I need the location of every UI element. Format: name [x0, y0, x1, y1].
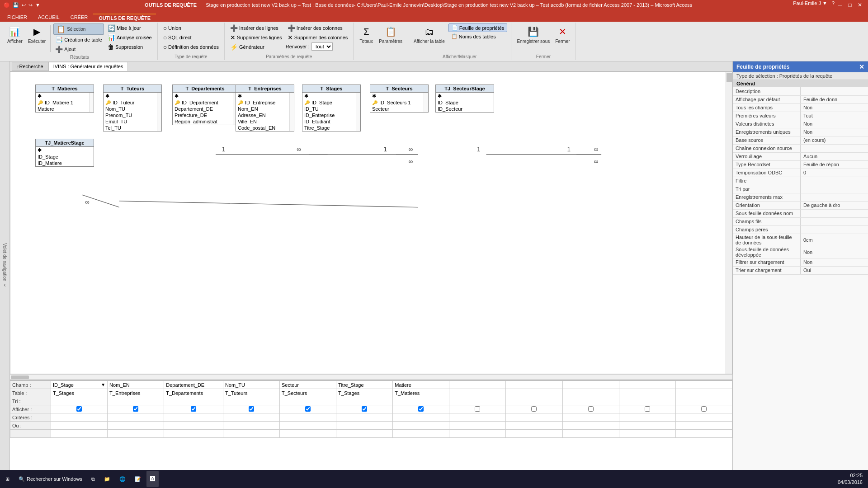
tab-creer[interactable]: CRÉER: [65, 13, 94, 22]
afficher-cell-4[interactable]: [280, 405, 336, 413]
champ-cell-1[interactable]: Nom_EN: [108, 381, 164, 389]
tri-cell-3[interactable]: [223, 397, 279, 405]
analyse-croisee-button[interactable]: 📊 Analyse croisée: [106, 33, 154, 42]
criteres-cell-2[interactable]: [164, 413, 223, 422]
table-cell-10[interactable]: [619, 389, 675, 397]
tri-cell-9[interactable]: [562, 397, 619, 405]
inserer-colonnes-button[interactable]: ➕ Insérer des colonnes: [286, 23, 350, 33]
feuille-proprietes-button[interactable]: 📄 Feuille de propriétés: [448, 23, 508, 32]
T_Matieres-scrollbar[interactable]: [89, 93, 94, 112]
props-value-2[interactable]: Non: [801, 103, 868, 112]
ou-cell-0[interactable]: [51, 422, 108, 430]
empty-cell-0[interactable]: [51, 430, 108, 438]
props-value-9[interactable]: Feuille de répon: [801, 160, 868, 169]
table-T_Departements[interactable]: T_Departements ✱ 🔑 ID_Departement Depart…: [172, 84, 238, 125]
criteres-cell-8[interactable]: [506, 413, 562, 422]
T_Tuteurs-scrollbar[interactable]: [157, 93, 161, 131]
criteres-cell-5[interactable]: [336, 413, 393, 422]
table-T_Stages[interactable]: T_Stages ✱ 🔑 ID_Stage ID_TU ID_Entrepris…: [302, 84, 361, 131]
champ-cell-0[interactable]: ID_Stage ▼: [51, 381, 108, 389]
file-explorer-button[interactable]: 📁: [100, 471, 114, 487]
tri-cell-11[interactable]: [675, 397, 732, 405]
props-value-16[interactable]: [801, 217, 868, 225]
champ-cell-5[interactable]: Titre_Stage: [336, 381, 393, 389]
props-value-15[interactable]: [801, 209, 868, 217]
afficher-cell-7[interactable]: [449, 405, 506, 413]
afficher-check-1[interactable]: [133, 406, 138, 412]
nav-sidebar[interactable]: Volet de navigation ‹: [0, 61, 10, 470]
task-view-button[interactable]: ⧉: [88, 471, 99, 487]
ou-cell-8[interactable]: [506, 422, 562, 430]
tri-cell-6[interactable]: [393, 397, 449, 405]
ou-cell-10[interactable]: [619, 422, 675, 430]
table-T_Entreprises[interactable]: T_Entreprises ✱ 🔑 ID_Entreprise Nom_EN A…: [236, 84, 294, 131]
quick-access-undo[interactable]: ↩: [22, 2, 26, 8]
supprimer-lignes-button[interactable]: ✕ Supprimer les lignes: [228, 33, 284, 42]
ou-cell-6[interactable]: [393, 422, 449, 430]
empty-cell-7[interactable]: [449, 430, 506, 438]
start-button[interactable]: ⊞: [2, 471, 13, 487]
criteres-cell-7[interactable]: [449, 413, 506, 422]
table-T_Tuteurs[interactable]: T_Tuteurs ✱ 🔑 ID_Tuteur Nom_TU Prenom_TU…: [103, 84, 162, 131]
afficher-check-10[interactable]: [645, 406, 650, 412]
afficher-check-9[interactable]: [588, 406, 594, 412]
criteres-cell-3[interactable]: [223, 413, 279, 422]
noms-tables-button[interactable]: 📋 Noms des tables: [448, 33, 508, 40]
T_Tuteurs-scroll[interactable]: ✱ 🔑 ID_Tuteur Nom_TU Prenom_TU Email_TU …: [104, 93, 161, 131]
table-cell-3[interactable]: T_Tuteurs: [223, 389, 279, 397]
T_Entreprises-scroll[interactable]: ✱ 🔑 ID_Entreprise Nom_EN Adresse_EN Vill…: [236, 93, 294, 131]
criteres-cell-10[interactable]: [619, 413, 675, 422]
executer-button[interactable]: ▶ Exécuter: [26, 23, 47, 45]
T_Stages-scrollbar[interactable]: [356, 93, 360, 131]
afficher-cell-6[interactable]: [393, 405, 449, 413]
champ-cell-8[interactable]: [506, 381, 562, 389]
afficher-cell-5[interactable]: [336, 405, 393, 413]
T_Secteurs-scroll[interactable]: ✱ 🔑 ID_Secteurs 1 Secteur: [370, 93, 428, 112]
afficher-check-4[interactable]: [305, 406, 311, 412]
tri-cell-2[interactable]: [164, 397, 223, 405]
TJ_MatiereStage-scroll[interactable]: ✱ ID_Stage ID_Matiere: [36, 147, 94, 166]
tab-generateur[interactable]: IVINS : Générateur de requêtes: [48, 62, 128, 71]
tri-cell-1[interactable]: [108, 397, 164, 405]
criteres-cell-6[interactable]: [393, 413, 449, 422]
empty-cell-4[interactable]: [280, 430, 336, 438]
champ-cell-9[interactable]: [562, 381, 619, 389]
table-cell-9[interactable]: [562, 389, 619, 397]
ou-cell-5[interactable]: [336, 422, 393, 430]
afficher-cell-9[interactable]: [562, 405, 619, 413]
sql-direct-button[interactable]: ○ SQL direct: [161, 33, 221, 42]
empty-cell-8[interactable]: [506, 430, 562, 438]
champ-cell-2[interactable]: Departement_DE: [164, 381, 223, 389]
T_Departements-scroll[interactable]: ✱ 🔑 ID_Departement Departement_DE Prefec…: [173, 93, 237, 125]
scrollbar-thumb[interactable]: [726, 73, 732, 82]
props-value-13[interactable]: [801, 193, 868, 201]
table-cell-1[interactable]: T_Entreprises: [108, 389, 164, 397]
suppression-button[interactable]: 🗑 Suppression: [106, 42, 154, 52]
enregistrer-sous-button[interactable]: 💾 Enregistrer sous: [515, 23, 552, 45]
T_Secteurs-scrollbar[interactable]: [424, 93, 428, 112]
tab-fichier[interactable]: FICHIER: [2, 13, 33, 22]
empty-cell-2[interactable]: [164, 430, 223, 438]
props-value-1[interactable]: Feuille de donn: [801, 95, 868, 103]
parametres-button[interactable]: 📋 Paramètres: [377, 23, 404, 45]
table-cell-4[interactable]: T_Secteurs: [280, 389, 336, 397]
afficher-button[interactable]: 📊 Afficher: [5, 23, 24, 45]
props-value-20[interactable]: Non: [801, 258, 868, 266]
empty-cell-6[interactable]: [393, 430, 449, 438]
ou-cell-11[interactable]: [675, 422, 732, 430]
taskbar-app1[interactable]: 📝: [131, 471, 145, 487]
maximize-button[interactable]: □: [845, 0, 854, 9]
afficher-cell-10[interactable]: [619, 405, 675, 413]
champ-dropdown-0[interactable]: ▼: [101, 382, 105, 387]
afficher-check-3[interactable]: [249, 406, 254, 412]
access-taskbar-button[interactable]: 🅰: [146, 471, 159, 487]
tri-cell-4[interactable]: [280, 397, 336, 405]
tab-accueil[interactable]: ACCUEIL: [33, 13, 65, 22]
props-value-11[interactable]: [801, 177, 868, 185]
afficher-check-2[interactable]: [191, 406, 196, 412]
ou-cell-9[interactable]: [562, 422, 619, 430]
table-cell-11[interactable]: [675, 389, 732, 397]
afficher-check-11[interactable]: [701, 406, 707, 412]
selection-button[interactable]: 📋 Sélection: [53, 23, 104, 35]
totaux-button[interactable]: Σ Totaux: [357, 23, 375, 45]
